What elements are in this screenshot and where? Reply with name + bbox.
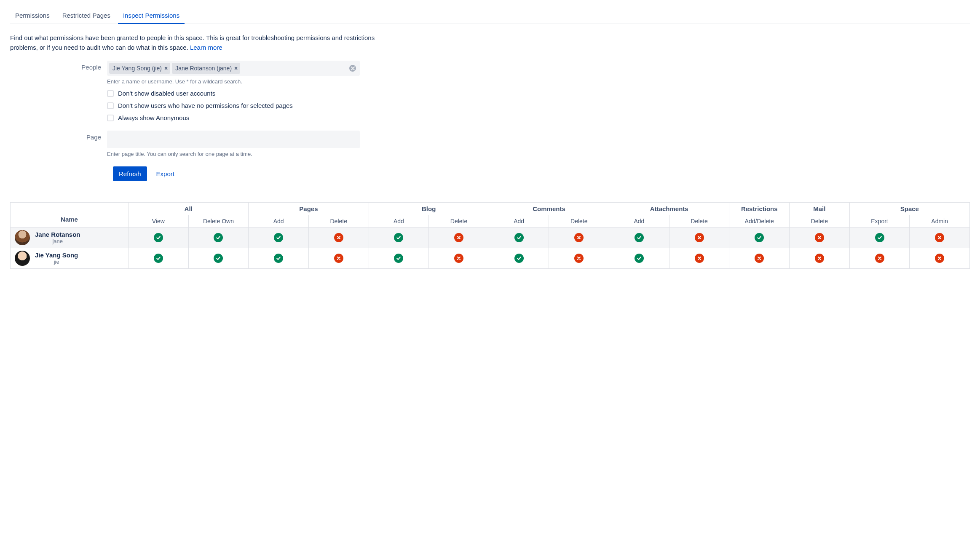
people-label: People: [10, 61, 107, 71]
check-icon: [514, 233, 524, 242]
chip-label: Jie Yang Song (jie): [112, 65, 162, 72]
avatar: [15, 251, 30, 266]
permission-cell: [669, 228, 729, 248]
cross-icon: [454, 233, 463, 242]
check-icon: [514, 254, 524, 263]
check-icon: [635, 254, 644, 263]
cross-icon: [334, 254, 343, 263]
permission-cell: [129, 228, 189, 248]
col-sub-delete: Delete: [669, 215, 729, 228]
permissions-table: NameAllPagesBlogCommentsAttachmentsRestr…: [10, 202, 970, 269]
col-sub-delete: Delete: [308, 215, 369, 228]
permission-cell: [849, 248, 910, 269]
col-sub-delete: Delete: [549, 215, 609, 228]
checkbox-row: Don't show users who have no permissions…: [107, 102, 360, 109]
permission-cell: [129, 248, 189, 269]
permission-cell: [308, 248, 369, 269]
learn-more-link[interactable]: Learn more: [190, 44, 222, 51]
cross-icon: [815, 233, 824, 242]
table-row: Jie Yang Songjie: [11, 248, 970, 269]
col-sub-add: Add: [489, 215, 549, 228]
cross-icon: [695, 254, 704, 263]
permission-cell: [369, 228, 429, 248]
cross-icon: [815, 254, 824, 263]
col-group-restrictions: Restrictions: [729, 203, 790, 215]
checkbox[interactable]: [107, 102, 114, 109]
check-icon: [635, 233, 644, 242]
tab-inspect-permissions[interactable]: Inspect Permissions: [118, 8, 185, 24]
col-group-comments: Comments: [489, 203, 609, 215]
check-icon: [214, 233, 223, 242]
permission-cell: [249, 228, 309, 248]
cross-icon: [695, 233, 704, 242]
checkbox-label: Always show Anonymous: [118, 114, 189, 121]
col-sub-admin: Admin: [910, 215, 970, 228]
col-sub-view: View: [129, 215, 189, 228]
check-icon: [755, 233, 764, 242]
permission-cell: [489, 248, 549, 269]
permission-cell: [790, 248, 850, 269]
tab-restricted-pages[interactable]: Restricted Pages: [57, 8, 115, 24]
permission-cell: [729, 228, 790, 248]
col-group-mail: Mail: [790, 203, 850, 215]
permission-cell: [429, 228, 489, 248]
tabs: PermissionsRestricted PagesInspect Permi…: [10, 8, 970, 24]
user-cell: Jie Yang Songjie: [11, 248, 129, 269]
check-icon: [154, 254, 163, 263]
close-icon[interactable]: ×: [234, 65, 238, 72]
inspect-form: People Jie Yang Song (jie)×Jane Rotanson…: [10, 61, 970, 181]
permission-cell: [489, 228, 549, 248]
cross-icon: [574, 254, 584, 263]
check-icon: [214, 254, 223, 263]
cross-icon: [755, 254, 764, 263]
col-sub-delete: Delete: [429, 215, 489, 228]
close-icon[interactable]: ×: [164, 65, 168, 72]
col-sub-export: Export: [849, 215, 910, 228]
permission-cell: [849, 228, 910, 248]
permission-cell: [308, 228, 369, 248]
people-helper: Enter a name or username. Use * for a wi…: [107, 78, 360, 85]
permission-cell: [429, 248, 489, 269]
check-icon: [394, 233, 403, 242]
col-group-attachments: Attachments: [609, 203, 729, 215]
user-cell: Jane Rotansonjane: [11, 228, 129, 248]
people-chip: Jane Rotanson (jane)×: [172, 63, 240, 74]
col-sub-delete-own: Delete Own: [188, 215, 249, 228]
tab-permissions[interactable]: Permissions: [10, 8, 55, 24]
checkbox[interactable]: [107, 115, 114, 121]
page-input[interactable]: [107, 131, 360, 148]
cross-icon: [935, 254, 944, 263]
page-helper: Enter page title. You can only search fo…: [107, 151, 360, 157]
clear-all-icon[interactable]: [349, 65, 356, 72]
chip-label: Jane Rotanson (jane): [175, 65, 232, 72]
col-sub-add-delete: Add/Delete: [729, 215, 790, 228]
checkbox-row: Always show Anonymous: [107, 114, 360, 121]
col-header-name: Name: [11, 203, 129, 228]
checkbox-row: Don't show disabled user accounts: [107, 90, 360, 97]
col-group-blog: Blog: [369, 203, 489, 215]
cross-icon: [935, 233, 944, 242]
check-icon: [154, 233, 163, 242]
permission-cell: [188, 228, 249, 248]
page-label: Page: [10, 131, 107, 141]
cross-icon: [454, 254, 463, 263]
col-group-all: All: [129, 203, 249, 215]
avatar: [15, 230, 30, 245]
refresh-button[interactable]: Refresh: [113, 166, 147, 181]
people-chip: Jie Yang Song (jie)×: [109, 63, 170, 74]
permission-cell: [910, 248, 970, 269]
people-input[interactable]: Jie Yang Song (jie)×Jane Rotanson (jane)…: [107, 61, 360, 76]
checkbox-label: Don't show disabled user accounts: [118, 90, 215, 97]
permission-cell: [910, 228, 970, 248]
permission-cell: [729, 248, 790, 269]
permission-cell: [669, 248, 729, 269]
permission-cell: [790, 228, 850, 248]
permission-cell: [369, 248, 429, 269]
checkbox[interactable]: [107, 90, 114, 97]
cross-icon: [875, 254, 884, 263]
permission-cell: [549, 248, 609, 269]
export-button[interactable]: Export: [156, 170, 174, 177]
permission-cell: [188, 248, 249, 269]
cross-icon: [574, 233, 584, 242]
col-group-space: Space: [849, 203, 969, 215]
